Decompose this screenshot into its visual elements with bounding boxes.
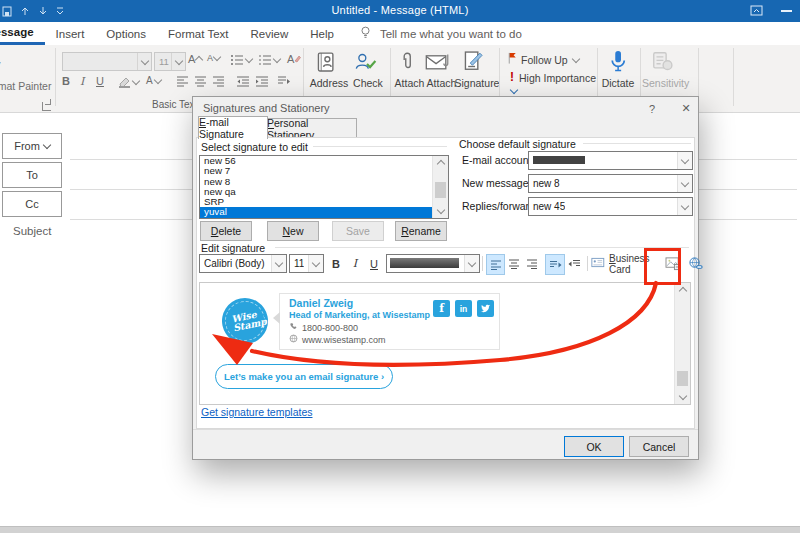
close-icon[interactable]: ✕	[676, 101, 696, 116]
signature-icon[interactable]	[462, 50, 484, 72]
list-item[interactable]: SRP	[200, 197, 448, 207]
font-color-icon[interactable]: A	[146, 75, 161, 86]
to-button[interactable]: To	[2, 162, 62, 188]
title-bar[interactable]: Untitled - Message (HTML)	[0, 0, 800, 22]
ltr-direction-icon[interactable]	[545, 254, 565, 275]
list-item[interactable]: new 8	[200, 177, 448, 187]
preview-scrollbar[interactable]	[674, 283, 690, 404]
attach-file-icon[interactable]	[398, 50, 416, 72]
new-button[interactable]: New	[267, 221, 319, 241]
edit-signature-label: Edit signature	[201, 242, 265, 254]
follow-up-button[interactable]: Follow Up	[521, 54, 568, 66]
dictate-icon[interactable]	[608, 49, 628, 73]
rename-button[interactable]: Rename	[395, 221, 447, 241]
sensitivity-icon[interactable]	[651, 50, 673, 72]
font-color-combo[interactable]	[386, 254, 480, 273]
tab-personal-stationery[interactable]: Personal Stationery	[266, 118, 357, 138]
attach-file-button[interactable]: Attach	[393, 77, 426, 89]
tell-me-box[interactable]: Tell me what you want to do	[359, 22, 522, 45]
copy-button[interactable]: Copy	[0, 58, 1, 70]
font-name-combo[interactable]	[62, 52, 152, 71]
rtl-direction-icon[interactable]	[565, 254, 583, 273]
insert-hyperlink-icon[interactable]	[686, 254, 705, 273]
facebook-icon[interactable]: f	[433, 300, 450, 317]
underline-button[interactable]: U	[366, 254, 382, 273]
bold-button[interactable]: B	[328, 254, 344, 273]
help-icon[interactable]: ?	[642, 101, 662, 116]
decrease-indent-icon[interactable]	[236, 76, 250, 87]
email-account-combo[interactable]	[528, 151, 693, 170]
address-book-icon[interactable]	[315, 51, 337, 73]
check-names-icon[interactable]	[353, 51, 377, 73]
tab-email-signature[interactable]: E-mail Signature	[198, 116, 268, 139]
format-painter-button[interactable]: Format Painter	[0, 80, 51, 92]
align-right-icon[interactable]	[212, 76, 225, 87]
signature-edit-area[interactable]: Wise Stamp Daniel Zweig Head of Marketin…	[199, 282, 691, 405]
scroll-down-icon[interactable]	[433, 204, 448, 218]
scrollbar-thumb[interactable]	[677, 371, 688, 386]
minimize-icon[interactable]	[781, 10, 792, 12]
ok-button[interactable]: OK	[564, 436, 624, 457]
signature-list: new 56 new 7 new 8 new qa SRP yuval	[199, 155, 449, 219]
signature-font-combo[interactable]: Calibri (Body)	[199, 254, 287, 273]
list-item[interactable]: new qa	[200, 187, 448, 197]
ribbon-display-options-icon[interactable]	[750, 2, 763, 20]
cancel-button[interactable]: Cancel	[629, 436, 689, 457]
align-right-icon[interactable]	[523, 254, 540, 273]
from-button[interactable]: From	[2, 133, 62, 159]
low-importance-icon[interactable]	[510, 86, 518, 94]
grow-font-icon[interactable]: A	[188, 53, 202, 65]
cc-button[interactable]: Cc	[2, 191, 62, 217]
highlight-icon[interactable]	[117, 76, 139, 88]
ltr-paragraph-icon[interactable]	[277, 76, 290, 87]
check-names-button[interactable]: Check	[350, 77, 386, 89]
tab-review[interactable]: Review	[240, 22, 300, 45]
get-templates-link[interactable]: Get signature templates	[201, 406, 312, 418]
list-item[interactable]: new 7	[200, 166, 448, 176]
follow-up-dropdown-icon[interactable]	[572, 55, 580, 63]
align-center-icon[interactable]	[194, 76, 207, 87]
align-left-icon[interactable]	[486, 254, 505, 275]
numbering-icon[interactable]	[258, 54, 280, 66]
clipboard-dialog-launcher-icon[interactable]	[42, 102, 51, 111]
high-importance-button[interactable]: High Importance	[519, 72, 596, 84]
sensitivity-button[interactable]: Sensitivity	[642, 77, 686, 89]
list-item[interactable]: new 56	[200, 156, 448, 166]
increase-indent-icon[interactable]	[255, 76, 269, 87]
make-signature-cta[interactable]: Let’s make you an email signature ›	[215, 364, 393, 389]
scroll-up-icon[interactable]	[433, 156, 448, 170]
shrink-font-icon[interactable]: A	[207, 53, 220, 63]
scroll-up-icon[interactable]	[675, 283, 690, 297]
delete-button[interactable]: Delete	[200, 221, 252, 241]
align-center-icon[interactable]	[505, 254, 522, 273]
tab-insert[interactable]: Insert	[45, 22, 96, 45]
save-button[interactable]: Save	[332, 221, 384, 241]
tab-format-text[interactable]: Format Text	[157, 22, 240, 45]
underline-button[interactable]: U	[96, 75, 104, 87]
attach-item-icon[interactable]	[425, 51, 451, 71]
bold-button[interactable]: B	[62, 75, 70, 87]
red-highlight-box	[644, 248, 681, 285]
align-left-icon[interactable]	[176, 76, 189, 87]
twitter-icon[interactable]	[477, 300, 494, 317]
font-size-combo[interactable]: 11	[154, 52, 186, 71]
signature-button[interactable]: Signature	[454, 77, 500, 89]
address-book-button[interactable]: Address	[305, 77, 353, 89]
tab-help[interactable]: Help	[299, 22, 345, 45]
dictate-button[interactable]: Dictate	[600, 77, 636, 89]
tab-message[interactable]: Message	[0, 22, 45, 45]
list-item-selected[interactable]: yuval	[200, 207, 433, 217]
italic-button[interactable]: I	[80, 75, 84, 88]
tab-options[interactable]: Options	[95, 22, 157, 45]
linkedin-icon[interactable]: in	[455, 300, 472, 317]
list-scrollbar[interactable]	[432, 156, 448, 218]
clear-formatting-icon[interactable]: A	[287, 53, 301, 65]
wisestamp-logo[interactable]: Wise Stamp	[218, 294, 273, 349]
new-messages-combo[interactable]: new 8	[528, 174, 693, 193]
signature-size-combo[interactable]: 11	[289, 254, 324, 273]
italic-button[interactable]: I	[347, 254, 363, 273]
replies-forwards-combo[interactable]: new 45	[528, 197, 693, 216]
bullets-icon[interactable]	[230, 54, 252, 66]
scroll-down-icon[interactable]	[675, 390, 690, 404]
scrollbar-thumb[interactable]	[435, 182, 446, 198]
